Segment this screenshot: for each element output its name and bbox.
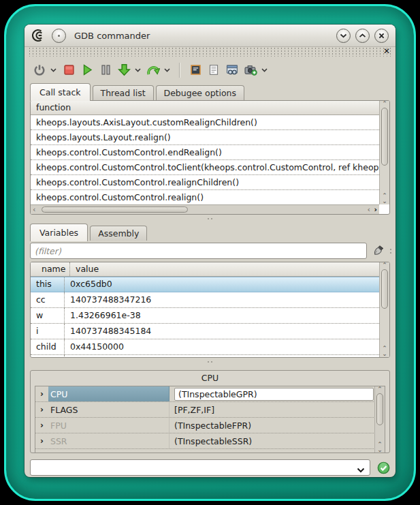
call-stack-row[interactable]: kheops.layouts.Layout.realign() <box>31 130 379 145</box>
toolbar-separator <box>179 63 180 78</box>
cpu-row[interactable]: › CPU (TInspectableGPR) <box>35 386 385 402</box>
power-button[interactable] <box>33 61 46 79</box>
register-group-name[interactable]: SSR <box>48 433 169 448</box>
call-stack-row[interactable]: kheops.control.CustomControl.realignChil… <box>31 175 379 190</box>
variable-value: 0x44150000 <box>65 339 124 354</box>
sticky-button-icon <box>58 35 60 37</box>
run-button[interactable] <box>80 61 94 79</box>
variables-vscrollbar[interactable]: ⌃ ⌃ ⌄ <box>379 262 389 357</box>
cpu-row[interactable]: › SSR (TInspectableSSR) <box>35 433 385 449</box>
scroll-up-icon[interactable]: ⌃ <box>380 101 389 106</box>
clear-filter-button[interactable] <box>370 243 386 258</box>
snapshot-dropdown[interactable] <box>261 68 268 72</box>
call-stack-header[interactable]: function <box>31 101 379 115</box>
step-into-button[interactable] <box>117 61 131 79</box>
shade-button[interactable] <box>336 29 351 43</box>
expand-icon[interactable]: › <box>35 418 48 433</box>
register-group-value[interactable]: (TInspectableGPR) <box>169 386 385 401</box>
command-combobox[interactable] <box>30 459 370 476</box>
tab-call-stack[interactable]: Call stack <box>30 83 91 101</box>
scroll-thumb[interactable] <box>381 108 388 166</box>
pause-button[interactable] <box>99 61 112 79</box>
execute-command-button[interactable] <box>376 460 390 475</box>
column-value[interactable]: value <box>70 262 99 276</box>
step-over-button[interactable] <box>146 61 160 79</box>
debug-output-button[interactable] <box>207 61 221 79</box>
variable-row[interactable]: this 0xc65db0 <box>31 277 379 292</box>
register-group-value: (TInspectableSSR) <box>169 433 385 448</box>
step-into-dropdown[interactable] <box>134 68 142 72</box>
combo-dropdown-button[interactable] <box>357 465 365 475</box>
variable-row[interactable]: i 140737488345184 <box>31 324 379 339</box>
column-function[interactable]: function <box>36 101 71 114</box>
call-stack-row[interactable]: kheops.control.CustomControl.toClient(kh… <box>31 160 379 175</box>
dock-close-icon[interactable]: ✕ <box>383 46 390 56</box>
scroll-up-icon[interactable]: ⌃ <box>375 386 385 392</box>
scroll-arrows[interactable]: ⌃ ⌄ <box>375 442 385 453</box>
cpu-row[interactable]: › FLAGS [PF,ZF,IF] <box>35 402 385 418</box>
disassembly-button[interactable] <box>189 61 202 79</box>
splitter-variables-cpu[interactable] <box>25 358 395 366</box>
variable-row[interactable]: b 1.43266961e-38 <box>31 355 379 358</box>
call-stack-row[interactable]: kheops.layouts.AxisLayout.customRealignC… <box>31 115 379 130</box>
scroll-down-icon[interactable]: ⌄ <box>380 198 389 204</box>
scroll-arrows[interactable]: ⌃ ⌄ <box>380 193 389 204</box>
scroll-down-icon[interactable]: ⌄ <box>380 351 389 356</box>
chevron-up-icon <box>359 33 366 38</box>
scroll-thumb[interactable] <box>376 393 383 425</box>
register-group-name[interactable]: FPU <box>48 418 169 433</box>
register-value-field[interactable]: (TInspectableGPR) <box>174 388 374 401</box>
call-stack-hscrollbar[interactable]: ‹ ‹ › <box>31 204 379 214</box>
panel-edge-grip[interactable] <box>389 249 393 254</box>
scroll-right-icon[interactable]: › <box>374 205 377 214</box>
power-dropdown[interactable] <box>50 68 57 72</box>
expand-icon[interactable]: › <box>35 386 48 401</box>
call-stack-row[interactable]: kheops.control.CustomControl.realign() <box>31 190 379 205</box>
scroll-down-icon[interactable]: ⌄ <box>375 447 385 453</box>
titlebar[interactable]: GDB commander <box>25 25 395 47</box>
chip-icon <box>190 64 201 76</box>
call-stack-row[interactable]: kheops.control.CustomControl.endRealign(… <box>31 145 379 160</box>
scroll-up-icon[interactable]: ⌃ <box>380 262 389 268</box>
scroll-thumb[interactable] <box>381 269 388 309</box>
step-into-icon <box>118 63 131 76</box>
snapshot-button[interactable] <box>244 61 257 79</box>
step-over-dropdown[interactable] <box>163 68 171 72</box>
variable-name: w <box>31 308 65 323</box>
close-button[interactable] <box>374 29 389 43</box>
register-group-value: (TInspectableFPR) <box>169 418 385 433</box>
expand-icon[interactable]: › <box>35 402 48 417</box>
variable-row[interactable]: cc 140737488347216 <box>31 292 379 308</box>
cpu-row[interactable]: › FPU (TInspectableFPR) <box>35 418 385 433</box>
chevron-down-icon <box>164 68 170 72</box>
watches-button[interactable] <box>225 61 239 79</box>
register-group-name[interactable]: CPU <box>48 386 169 401</box>
scroll-thumb[interactable] <box>42 206 188 213</box>
tab-variables[interactable]: Variables <box>30 224 88 241</box>
grip-dot <box>211 218 212 219</box>
expand-icon[interactable]: › <box>35 433 48 448</box>
variable-value: 140737488347216 <box>65 292 151 307</box>
scroll-left-icon[interactable]: ‹ <box>33 205 35 214</box>
command-row <box>30 459 390 476</box>
column-name[interactable]: name <box>36 262 70 276</box>
camera-add-icon <box>244 64 257 76</box>
tab-debugee-options[interactable]: Debugee options <box>156 85 245 100</box>
splitter-callstack-variables[interactable] <box>25 215 395 223</box>
sticky-button[interactable] <box>52 29 66 43</box>
maximize-button[interactable] <box>355 29 370 43</box>
register-group-name[interactable]: FLAGS <box>48 402 169 417</box>
dock-grip[interactable]: ✕ <box>27 48 393 57</box>
filter-input[interactable] <box>30 243 367 259</box>
cpu-vscrollbar[interactable]: ⌃ ⌃ ⌄ <box>374 386 385 453</box>
scroll-arrows[interactable]: ⌃ ⌄ <box>380 346 389 356</box>
variable-row[interactable]: w 1.43266961e-38 <box>31 308 379 324</box>
scroll-left-icon[interactable]: ‹ <box>368 205 370 214</box>
tab-assembly[interactable]: Assembly <box>90 226 147 241</box>
call-stack-vscrollbar[interactable]: ⌃ ⌃ ⌄ <box>379 101 389 204</box>
stop-icon <box>64 65 74 75</box>
tab-thread-list[interactable]: Thread list <box>93 85 154 100</box>
variables-header[interactable]: name value <box>31 262 379 277</box>
variable-row[interactable]: child 0x44150000 <box>31 339 379 355</box>
stop-button[interactable] <box>62 61 76 79</box>
